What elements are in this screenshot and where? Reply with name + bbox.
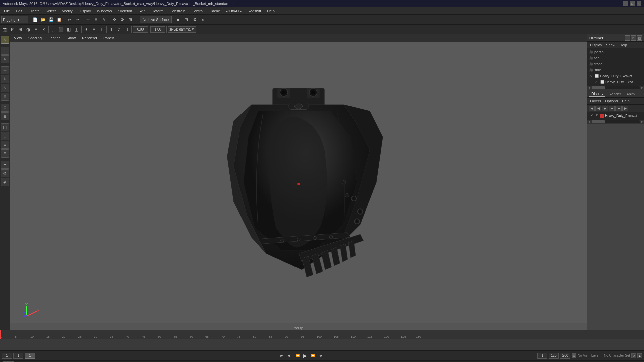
render-settings-button[interactable]: ⚙	[191, 16, 198, 23]
menu-file[interactable]: File	[1, 8, 13, 14]
menu-select[interactable]: Select	[43, 8, 59, 14]
layer-move-up-button[interactable]: ▶	[615, 106, 622, 111]
display-layer-button[interactable]: ◫	[1, 123, 9, 131]
vp-value2-input[interactable]	[150, 26, 165, 33]
window-controls[interactable]: _ □ ✕	[623, 1, 641, 6]
viewport[interactable]: View Shading Lighting Show Renderer Pane…	[10, 34, 587, 330]
vp-bound-button[interactable]: ◫	[73, 26, 80, 33]
step-back-button[interactable]: ⏭	[286, 352, 293, 359]
soft-mod-button[interactable]: ⊙	[1, 104, 9, 112]
vp-camera-button[interactable]: 📷	[1, 26, 9, 33]
outliner-float-button[interactable]: ◱	[637, 35, 642, 41]
outliner-item-side[interactable]: 🎥 side	[587, 67, 644, 73]
vp-sync-button[interactable]: ⊡	[9, 26, 16, 33]
outliner-menu-help[interactable]: Help	[618, 43, 629, 47]
outliner-menu-show[interactable]: Show	[605, 43, 617, 47]
menu-redshift[interactable]: Redshift	[245, 8, 264, 14]
outliner-menu-display[interactable]: Display	[589, 43, 603, 47]
menu-constrain[interactable]: Constrain	[167, 8, 188, 14]
attr-editor-button[interactable]: ✦	[1, 161, 9, 169]
vp-isolate-button[interactable]: ⊞	[17, 26, 24, 33]
step-forward-button[interactable]: ⏩	[309, 352, 317, 359]
scroll-right-arrow[interactable]: ▶	[640, 86, 644, 89]
vp-grid-button[interactable]: ⊞	[90, 26, 98, 33]
maximize-button[interactable]: □	[630, 1, 635, 6]
channel-box-menu-layers[interactable]: Layers	[589, 99, 602, 103]
channel-box-button[interactable]: ⊞	[1, 149, 9, 158]
layer-add2-button[interactable]: ◀	[595, 106, 601, 111]
undo-button[interactable]: ↩	[66, 16, 73, 23]
hypershade-button[interactable]: ◈	[199, 16, 206, 23]
outliner-item-front[interactable]: 🎥 front	[587, 61, 644, 67]
timeline-tracks[interactable]	[0, 339, 644, 350]
outliner-item-mesh2[interactable]: ◇ ⬜ Heavy_Duty_Excavator_...	[587, 79, 644, 85]
channel-scroll-thumb[interactable]	[592, 120, 605, 123]
lasso-button[interactable]: ⊛	[92, 16, 100, 23]
outliner-maximize-button[interactable]: □	[631, 35, 636, 41]
scroll-left-arrow[interactable]: ◀	[587, 86, 591, 89]
viewport-menu-lighting[interactable]: Lighting	[45, 35, 63, 41]
rigging-dropdown[interactable]: Rigging ▼	[1, 16, 28, 23]
play-back-button[interactable]: ⏪	[294, 352, 301, 359]
channel-box-tab-render[interactable]: Render	[607, 91, 623, 97]
menu-3dtoall[interactable]: -3DtoAll -	[223, 8, 244, 14]
lasso-mode-button[interactable]: ⌇	[1, 47, 9, 55]
redo-button[interactable]: ↪	[74, 16, 81, 23]
select-mode-button[interactable]: ↖	[1, 36, 9, 44]
range-settings-button[interactable]: ⚙	[572, 353, 576, 358]
colorspace-dropdown[interactable]: sRGB gamma ▼	[168, 26, 196, 33]
menu-help[interactable]: Help	[264, 8, 277, 14]
channel-scrollbar[interactable]: ◀ ▶	[587, 120, 644, 124]
outliner-item-mesh1[interactable]: ▷ ⬜ Heavy_Duty_Excavator_Buc...	[587, 73, 644, 79]
vp-res-high[interactable]: 3	[123, 26, 130, 33]
timeline-ruler[interactable]: 1 5 10 15 20 25 30 35 40 45 50 55 60 65 …	[0, 330, 644, 339]
rotate-button[interactable]: ⟳	[119, 16, 126, 23]
render-button[interactable]: ▶	[175, 16, 182, 23]
scale-mode-button[interactable]: ⤡	[1, 84, 9, 92]
viewport-menu-show[interactable]: Show	[64, 35, 79, 41]
vp-value1-input[interactable]	[133, 26, 148, 33]
move-button[interactable]: ✛	[111, 16, 118, 23]
vp-smooth-button[interactable]: ⬛	[57, 26, 65, 33]
scale-button[interactable]: ⊞	[127, 16, 134, 23]
open-file-button[interactable]: 📂	[39, 16, 47, 23]
layer-options-button[interactable]: ▶	[609, 106, 615, 111]
go-end-button[interactable]: ⏮	[317, 352, 324, 359]
paint-select-button[interactable]: ✎	[100, 16, 108, 23]
channel-scroll-left[interactable]: ◀	[587, 120, 591, 123]
layer-delete-button[interactable]: ▶	[602, 106, 608, 111]
vp-shader-button[interactable]: ◑	[24, 26, 32, 33]
menu-skin[interactable]: Skin	[136, 8, 148, 14]
channel-scroll-track[interactable]	[592, 120, 640, 123]
vp-flat-button[interactable]: ◧	[65, 26, 72, 33]
channel-box-tab-anim[interactable]: Anim	[624, 91, 637, 97]
scroll-track[interactable]	[592, 86, 640, 89]
start-frame-input[interactable]	[2, 353, 12, 359]
sculpt-button[interactable]: ⊚	[1, 112, 9, 120]
channel-box-menu-options[interactable]: Options	[604, 99, 619, 103]
save-file-button[interactable]: 💾	[47, 16, 55, 23]
play-forward-button[interactable]: ▶	[302, 352, 309, 359]
universal-mode-button[interactable]: ⊕	[1, 93, 9, 101]
layer-move-down-button[interactable]: ▶	[622, 106, 628, 111]
channel-scroll-right[interactable]: ▶	[640, 120, 644, 123]
outliner-item-persp[interactable]: 🎥 persp	[587, 49, 644, 55]
range-end-input[interactable]	[549, 353, 559, 359]
vp-res-low[interactable]: 1	[108, 26, 115, 33]
layer-p-button[interactable]: P	[595, 113, 599, 118]
go-start-button[interactable]: ⏮	[278, 352, 286, 359]
channel-box-menu-help[interactable]: Help	[621, 99, 631, 103]
vp-xray-button[interactable]: ✦	[83, 26, 90, 33]
close-button[interactable]: ✕	[637, 1, 641, 6]
select-tool-button[interactable]: ⊹	[84, 16, 92, 23]
scroll-thumb[interactable]	[592, 86, 605, 89]
tool-settings-button[interactable]: ⚙	[1, 169, 9, 177]
viewport-menu-renderer[interactable]: Renderer	[79, 35, 100, 41]
vp-res-med[interactable]: 2	[115, 26, 123, 33]
move-mode-button[interactable]: ✛	[1, 66, 9, 74]
paint-mode-button[interactable]: ✎	[1, 55, 9, 63]
node-editor-button[interactable]: ◈	[1, 178, 9, 186]
vp-wireframe-button[interactable]: ⬚	[50, 26, 57, 33]
outliner-item-top[interactable]: 🎥 top	[587, 55, 644, 61]
anim-layer-button[interactable]: ≡	[1, 141, 9, 149]
